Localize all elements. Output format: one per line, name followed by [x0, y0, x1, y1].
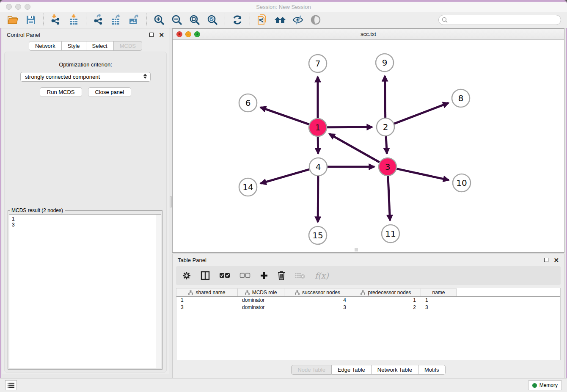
- search-input[interactable]: [438, 15, 561, 25]
- zoom-selected-icon[interactable]: [206, 14, 219, 26]
- control-panel-tabs: NetworkStyleSelectMCDS: [2, 41, 169, 51]
- table-panel: Table Panel ✕: [172, 254, 564, 378]
- search-icon: [442, 17, 448, 23]
- column-header-name[interactable]: name: [421, 288, 457, 296]
- table-options-icon[interactable]: [182, 271, 191, 280]
- float-panel-icon[interactable]: [149, 33, 154, 37]
- tab-mcds[interactable]: MCDS: [114, 41, 142, 51]
- hide-selected-icon[interactable]: [292, 14, 304, 26]
- close-table-panel-icon[interactable]: ✕: [553, 257, 559, 263]
- close-panel-icon[interactable]: ✕: [159, 32, 164, 38]
- result-scrollbar[interactable]: [156, 215, 161, 368]
- toolbar-separator: [43, 14, 44, 26]
- table-cell[interactable]: 1: [421, 297, 457, 304]
- mcds-result-title: MCDS result (2 nodes): [10, 207, 65, 213]
- graph-node-label-9: 9: [382, 58, 388, 68]
- table-header-row: shared nameMCDS rolesuccessor nodesprede…: [176, 288, 560, 297]
- graph-edge-1-2[interactable]: [327, 127, 372, 127]
- toolbar-separator: [250, 14, 250, 26]
- deselect-all-icon[interactable]: [239, 273, 250, 279]
- column-header-MCDS-role[interactable]: MCDS role: [238, 288, 284, 296]
- table-cell[interactable]: dominator: [238, 297, 284, 304]
- table-panel-header: Table Panel ✕: [173, 254, 564, 266]
- toolbar-separator: [225, 14, 225, 26]
- table-cell[interactable]: dominator: [238, 304, 284, 311]
- table-cell[interactable]: 1: [351, 297, 421, 304]
- search-field-wrap: [438, 15, 561, 25]
- memory-button[interactable]: Memory: [528, 380, 562, 390]
- tab-network[interactable]: Network: [29, 41, 62, 51]
- graph-node-label-4: 4: [316, 162, 321, 172]
- optimization-criterion-select[interactable]: strongly connected component: [20, 72, 151, 82]
- zoom-in-icon[interactable]: [153, 14, 165, 26]
- graph-node-label-6: 6: [245, 98, 251, 108]
- table-cell[interactable]: 3: [284, 304, 351, 311]
- graph-node-label-11: 11: [385, 229, 396, 239]
- graph-node-label-2: 2: [383, 122, 388, 132]
- show-all-icon[interactable]: [309, 14, 322, 26]
- attribute-icon: [361, 290, 365, 295]
- export-image-icon[interactable]: [128, 14, 140, 26]
- tab-network-table[interactable]: Network Table: [372, 365, 418, 375]
- memory-label: Memory: [539, 382, 558, 388]
- float-table-panel-icon[interactable]: [544, 258, 548, 262]
- graph-edge-4-14[interactable]: [261, 169, 309, 183]
- first-neighbors-icon[interactable]: [274, 14, 286, 26]
- save-session-icon[interactable]: [25, 14, 37, 26]
- column-header-shared-name[interactable]: shared name: [176, 288, 238, 296]
- column-label: MCDS role: [252, 290, 277, 295]
- zoom-fit-icon[interactable]: [188, 14, 201, 26]
- graph-edge-2-9[interactable]: [385, 76, 385, 118]
- canvas-scroll-grip[interactable]: [355, 248, 358, 251]
- column-label: successor nodes: [302, 290, 340, 295]
- control-panel-header: Control Panel ✕: [2, 28, 169, 41]
- import-network-icon[interactable]: [50, 14, 62, 26]
- table-cell[interactable]: 1: [176, 297, 238, 304]
- tab-node-table[interactable]: Node Table: [291, 365, 332, 375]
- import-table-icon[interactable]: [67, 14, 80, 26]
- task-history-button[interactable]: [5, 380, 17, 390]
- tab-style[interactable]: Style: [62, 41, 86, 51]
- control-panel: Control Panel ✕ NetworkStyleSelectMCDS O…: [2, 28, 169, 374]
- memory-status-icon: [532, 383, 537, 388]
- graph-node-label-7: 7: [315, 58, 321, 69]
- open-session-icon[interactable]: [7, 14, 19, 26]
- column-header-predecessor-nodes[interactable]: predecessor nodes: [351, 288, 421, 296]
- attribute-icon: [295, 290, 300, 295]
- zoom-out-icon[interactable]: [171, 14, 183, 26]
- run-mcds-button[interactable]: Run MCDS: [40, 87, 82, 97]
- table-row[interactable]: 1dominator411: [176, 297, 560, 304]
- graph-edge-3-1[interactable]: [329, 134, 380, 162]
- tab-edge-table[interactable]: Edge Table: [332, 365, 372, 375]
- graph-edge-2-8[interactable]: [394, 103, 449, 124]
- apply-layout-icon[interactable]: [231, 14, 244, 26]
- delete-column-icon[interactable]: [278, 271, 285, 280]
- table-cell[interactable]: 3: [421, 304, 457, 311]
- table-cell[interactable]: 3: [176, 304, 238, 311]
- table-row[interactable]: 3dominator323: [176, 304, 560, 311]
- tab-select[interactable]: Select: [86, 41, 114, 51]
- tab-motifs[interactable]: Motifs: [418, 365, 446, 375]
- table-toolbar: f(x): [176, 266, 561, 285]
- panel-splitter-handle[interactable]: [170, 196, 172, 207]
- add-column-icon[interactable]: [260, 271, 268, 280]
- column-visibility-icon[interactable]: [201, 271, 210, 280]
- select-all-checked-icon[interactable]: [219, 273, 230, 279]
- graph-edge-4-15[interactable]: [318, 176, 318, 222]
- close-panel-button[interactable]: Close panel: [88, 87, 132, 97]
- export-table-icon[interactable]: [110, 14, 123, 26]
- graph-edge-2-3[interactable]: [386, 136, 387, 154]
- graph-edge-3-11[interactable]: [388, 176, 390, 221]
- graph-edge-3-10[interactable]: [396, 169, 449, 180]
- column-header-successor-nodes[interactable]: successor nodes: [284, 288, 351, 296]
- table-cell[interactable]: 2: [351, 304, 421, 311]
- graph-node-label-15: 15: [312, 230, 323, 240]
- export-network-icon[interactable]: [92, 14, 105, 26]
- network-canvas[interactable]: 7968124314101511: [173, 40, 564, 252]
- table-cell[interactable]: 4: [284, 297, 351, 304]
- table-tabs: Node TableEdge TableNetwork TableMotifs: [173, 365, 564, 375]
- graph-edge-1-6[interactable]: [260, 107, 309, 124]
- control-panel-title: Control Panel: [7, 32, 149, 38]
- mcds-result-textarea[interactable]: 1 3: [9, 214, 161, 368]
- clone-network-icon[interactable]: [256, 14, 269, 26]
